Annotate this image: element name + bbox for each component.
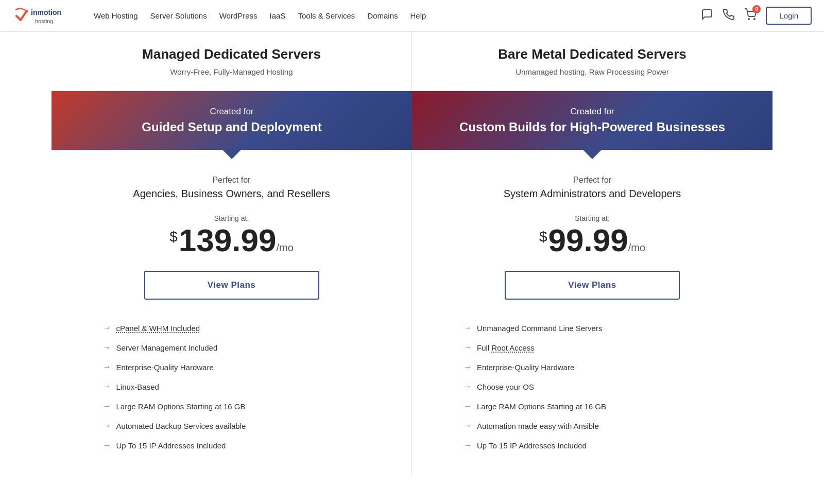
left-audience: Agencies, Business Owners, and Resellers [72,188,391,200]
left-starting-at: Starting at: [72,214,391,222]
right-starting-at: Starting at: [433,214,752,222]
nav-item-wordpress[interactable]: WordPress [219,11,258,21]
nav-item-tools-services[interactable]: Tools & Services [298,11,355,21]
left-feature-text-4: Large RAM Options Starting at 16 GB [116,402,246,411]
arrow-icon-5: → [103,421,111,430]
arrow-icon-3: → [103,382,111,391]
left-feature-text-5: Automated Backup Services available [116,422,246,430]
right-audience: System Administrators and Developers [433,188,752,200]
left-feature-text-0: cPanel & WHM Included [116,324,200,333]
nav-icons: 0 [701,8,757,24]
bare-metal-title: Bare Metal Dedicated Servers [433,46,752,62]
cart-icon[interactable]: 0 [744,8,757,24]
arrow-icon-1: → [103,343,111,352]
right-feature-text-1: Full Root Access [477,343,535,352]
right-banner-line2: Custom Builds for High-Powered Businesse… [433,120,752,134]
left-feature-text-2: Enterprise-Quality Hardware [116,363,214,372]
left-features-list: → cPanel & WHM Included → Server Managem… [103,318,360,455]
logo[interactable]: inmotion hosting [12,5,79,27]
right-feature-4: → Large RAM Options Starting at 16 GB [464,396,721,416]
right-price-block: $ 99.99 /mo [433,224,752,256]
right-feature-text-4: Large RAM Options Starting at 16 GB [477,402,606,411]
left-feature-text-6: Up To 15 IP Addresses Included [116,441,226,450]
left-banner-line2: Guided Setup and Deployment [72,120,391,134]
right-price-dollar: $ [539,229,547,245]
right-arrow-icon-6: → [464,441,472,450]
right-feature-6: → Up To 15 IP Addresses Included [464,436,721,455]
arrow-icon-4: → [103,402,111,411]
left-price-mo: /mo [276,242,293,254]
left-banner-arrow [221,149,242,159]
managed-server-title: Managed Dedicated Servers [72,46,391,62]
left-price-amount: 139.99 [179,224,277,256]
left-feature-0: → cPanel & WHM Included [103,318,360,338]
right-arrow-icon-2: → [464,362,472,372]
arrow-icon-6: → [103,441,111,450]
right-feature-text-6: Up To 15 IP Addresses Included [477,441,587,450]
right-arrow-icon-0: → [464,323,472,333]
managed-server-subtitle: Worry-Free, Fully-Managed Hosting [72,67,391,76]
left-price-dollar: $ [169,229,178,245]
banner-section: Created for Guided Setup and Deployment … [52,91,772,150]
left-banner-line1: Created for [72,107,391,117]
svg-text:hosting: hosting [35,18,53,24]
pricing-section: Perfect for Agencies, Business Owners, a… [52,150,772,476]
right-price-mo: /mo [628,242,645,254]
right-feature-0: → Unmanaged Command Line Servers [464,318,721,338]
left-feature-3: → Linux-Based [103,377,360,396]
nav-item-help[interactable]: Help [410,11,426,21]
right-arrow-icon-4: → [464,402,472,411]
main-nav: inmotion hosting Web Hosting Server Solu… [0,0,824,32]
nav-item-web-hosting[interactable]: Web Hosting [94,11,138,21]
right-view-plans-button[interactable]: View Plans [505,271,680,300]
right-feature-2: → Enterprise-Quality Hardware [464,357,721,377]
top-section: Managed Dedicated Servers Worry-Free, Fu… [52,32,772,91]
left-feature-5: → Automated Backup Services available [103,416,360,436]
nav-item-iaas[interactable]: IaaS [270,11,286,21]
right-banner: Created for Custom Builds for High-Power… [412,91,772,150]
right-price-amount: 99.99 [548,224,628,256]
cart-badge: 0 [752,5,761,13]
right-feature-5: → Automation made easy with Ansible [464,416,721,436]
right-banner-line1: Created for [433,107,752,117]
right-pricing-col: Perfect for System Administrators and De… [412,150,772,476]
arrow-icon-0: → [103,323,111,333]
right-arrow-icon-1: → [464,343,472,352]
page-content: Managed Dedicated Servers Worry-Free, Fu… [52,32,772,476]
phone-icon[interactable] [723,8,735,24]
left-banner: Created for Guided Setup and Deployment [52,91,412,150]
svg-point-2 [748,19,749,20]
nav-item-domains[interactable]: Domains [367,11,398,21]
right-feature-text-2: Enterprise-Quality Hardware [477,363,574,372]
left-pricing-col: Perfect for Agencies, Business Owners, a… [52,150,412,476]
managed-server-top: Managed Dedicated Servers Worry-Free, Fu… [52,32,412,91]
right-feature-3: → Choose your OS [464,377,721,396]
left-view-plans-button[interactable]: View Plans [144,271,319,300]
left-feature-6: → Up To 15 IP Addresses Included [103,436,360,455]
bare-metal-top: Bare Metal Dedicated Servers Unmanaged h… [412,32,772,91]
nav-links: Web Hosting Server Solutions WordPress I… [94,11,701,21]
left-feature-2: → Enterprise-Quality Hardware [103,357,360,377]
right-feature-text-5: Automation made easy with Ansible [477,422,599,430]
arrow-icon-2: → [103,362,111,372]
left-perfect-for: Perfect for [72,176,391,185]
left-feature-text-1: Server Management Included [116,343,218,352]
login-button[interactable]: Login [766,7,812,25]
right-arrow-icon-3: → [464,382,472,391]
right-banner-arrow [582,149,603,159]
right-arrow-icon-5: → [464,421,472,430]
right-features-list: → Unmanaged Command Line Servers → Full … [464,318,721,455]
bare-metal-subtitle: Unmanaged hosting, Raw Processing Power [433,67,752,76]
right-feature-text-3: Choose your OS [477,383,534,391]
right-feature-1: → Full Root Access [464,338,721,357]
svg-text:inmotion: inmotion [31,8,61,16]
right-feature-text-0: Unmanaged Command Line Servers [477,324,602,333]
left-feature-4: → Large RAM Options Starting at 16 GB [103,396,360,416]
left-feature-1: → Server Management Included [103,338,360,357]
svg-point-3 [754,19,755,20]
nav-item-server-solutions[interactable]: Server Solutions [150,11,207,21]
left-price-block: $ 139.99 /mo [72,224,391,256]
left-feature-text-3: Linux-Based [116,383,159,391]
chat-icon[interactable] [701,8,713,24]
right-perfect-for: Perfect for [433,176,752,185]
